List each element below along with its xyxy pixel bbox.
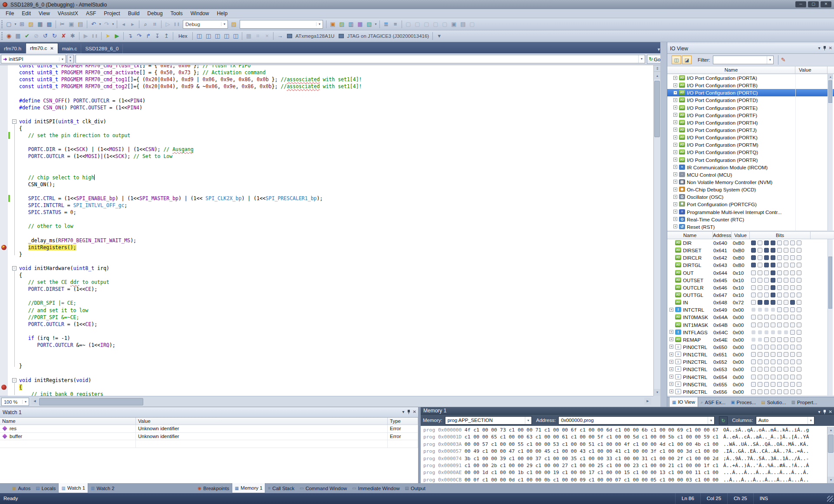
- window-icon[interactable]: ▢: [422, 20, 431, 29]
- callstack-window-icon[interactable]: ◫: [231, 31, 240, 41]
- window-icon[interactable]: ▢: [404, 20, 413, 29]
- scrollbar-thumb[interactable]: [39, 398, 143, 405]
- scroll-down-icon[interactable]: ▼: [827, 477, 834, 484]
- menu-file[interactable]: File: [2, 9, 18, 18]
- scrollbar-thumb[interactable]: [828, 80, 832, 103]
- expander-icon[interactable]: +: [669, 308, 673, 312]
- code-line[interactable]: SPIC.STATUS = 0;: [0, 209, 653, 216]
- toolbox-icon[interactable]: ▦: [356, 20, 365, 29]
- bottom-tab-watch-1[interactable]: ▥Watch 1: [58, 483, 88, 493]
- register-row[interactable]: I/ODIRTGL0x6430xB0: [667, 261, 834, 269]
- panel-tab-solutio[interactable]: ▤Solutio...: [758, 397, 788, 407]
- io-view-item[interactable]: +I/OI/O Port Configuration (PORTK): [667, 134, 834, 141]
- window-icon[interactable]: ▢: [431, 20, 440, 29]
- register-row[interactable]: +!INTCTRL0x6490x00: [667, 306, 834, 313]
- bit-checkbox[interactable]: [777, 240, 782, 245]
- expander-icon[interactable]: +: [673, 83, 677, 87]
- menu-view[interactable]: View: [35, 9, 54, 18]
- bottom-tab-autos[interactable]: ▦Autos: [10, 483, 33, 493]
- step-into-icon[interactable]: ↴: [125, 31, 135, 41]
- bit-checkbox[interactable]: [784, 389, 788, 394]
- bit-checkbox[interactable]: [790, 248, 795, 253]
- code-line[interactable]: // init bank 0 registers: [0, 391, 653, 396]
- undo-checkout-icon[interactable]: ↺: [41, 31, 50, 41]
- split-editor-handle[interactable]: ⇕: [654, 65, 661, 72]
- bit-checkbox[interactable]: [771, 240, 775, 245]
- register-row[interactable]: I/OINT0MASK0x64A0x00: [667, 313, 834, 321]
- bit-checkbox[interactable]: [784, 307, 788, 312]
- chevron-down-icon[interactable]: ▾: [98, 22, 102, 26]
- code-line[interactable]: [0, 230, 653, 237]
- code-line[interactable]: SPIC.CTRL = (1<<SPI_ENABLE_bp) | (1<<SPI…: [0, 195, 653, 202]
- panel-splitter[interactable]: [660, 42, 667, 407]
- scroll-up-icon[interactable]: ▲: [654, 72, 661, 79]
- filter-input[interactable]: ▾: [713, 56, 774, 64]
- settings-icon[interactable]: ✱: [68, 31, 77, 41]
- code-line[interactable]: [0, 167, 653, 174]
- io-list-scrollbar[interactable]: ▲: [827, 74, 833, 231]
- disassembly-icon[interactable]: ▩: [244, 31, 253, 41]
- bit-checkbox[interactable]: [764, 270, 769, 275]
- code-line[interactable]: PORTC.OUTCLR = (1<<MOSI)|(1<<SCK); // Se…: [0, 153, 653, 160]
- bit-checkbox[interactable]: [784, 330, 788, 334]
- column-header-name[interactable]: Name: [667, 66, 795, 74]
- bit-checkbox[interactable]: [751, 263, 756, 267]
- scroll-up-icon[interactable]: ▲: [828, 74, 833, 79]
- bit-checkbox[interactable]: [797, 382, 801, 387]
- bit-checkbox[interactable]: [790, 375, 795, 379]
- bit-checkbox[interactable]: [764, 323, 769, 327]
- bit-checkbox[interactable]: [764, 300, 769, 305]
- expander-icon[interactable]: +: [669, 375, 673, 379]
- window-icon[interactable]: ▤: [458, 20, 468, 29]
- io-view-item[interactable]: +⊙Oscillator (OSC): [667, 193, 834, 201]
- bit-checkbox[interactable]: [790, 255, 795, 260]
- bit-checkbox[interactable]: [797, 293, 801, 297]
- code-line[interactable]: }: [0, 362, 653, 369]
- bit-checkbox[interactable]: [751, 389, 756, 394]
- bit-checkbox[interactable]: [771, 300, 775, 305]
- step-over-icon[interactable]: ↷: [135, 31, 144, 41]
- expand-groups-icon[interactable]: ◫: [672, 56, 681, 64]
- bit-checkbox[interactable]: [790, 263, 795, 267]
- memory-scrollbar[interactable]: ▲ ▼: [827, 427, 834, 484]
- bit-checkbox[interactable]: [765, 330, 768, 334]
- bit-checkbox[interactable]: [758, 382, 762, 387]
- open-file-icon[interactable]: ▨: [26, 20, 36, 29]
- bit-checkbox[interactable]: [784, 352, 788, 357]
- bottom-tab-call-stack[interactable]: ≡Call Stack: [265, 483, 297, 493]
- bit-checkbox[interactable]: [758, 248, 762, 253]
- scrollbar-thumb[interactable]: [828, 257, 832, 309]
- bit-checkbox[interactable]: [784, 300, 788, 305]
- scroll-up-icon[interactable]: ▲: [827, 427, 834, 434]
- io-view-item[interactable]: +I/OI/O Port Configuration (PORTD): [667, 96, 834, 104]
- bit-checkbox[interactable]: [751, 323, 756, 327]
- expander-icon[interactable]: +: [673, 195, 677, 199]
- erase-device-icon[interactable]: ⊘: [32, 31, 41, 41]
- refresh-icon[interactable]: ↻: [50, 31, 59, 41]
- panel-tab-io-view[interactable]: ▦IO View: [669, 397, 698, 407]
- bit-checkbox[interactable]: [777, 300, 782, 305]
- bit-checkbox[interactable]: [771, 375, 775, 379]
- bit-checkbox[interactable]: [777, 293, 782, 297]
- bit-checkbox[interactable]: [751, 293, 756, 297]
- bit-checkbox[interactable]: [790, 270, 795, 275]
- code-line[interactable]: {: [0, 125, 653, 132]
- io-view-item[interactable]: +I/OI/O Port Configuration (PORTQ): [667, 148, 834, 156]
- maximize-icon[interactable]: ▢: [808, 1, 819, 7]
- memory-segment-dropdown[interactable]: prog APP_SECTION ▾: [445, 416, 532, 425]
- minimize-icon[interactable]: ─: [795, 1, 806, 7]
- document-tab-rfm70-c[interactable]: rfm70.c✕: [26, 43, 58, 53]
- register-row[interactable]: +≡PIN6CTRL0x6560x00: [667, 388, 834, 395]
- bit-checkbox[interactable]: [751, 255, 756, 260]
- code-line[interactable]: [0, 160, 653, 167]
- reset-icon[interactable]: ↧: [153, 31, 162, 41]
- io-view-item[interactable]: +I/OI/O Port Configuration (PORTF): [667, 112, 834, 119]
- register-row[interactable]: +≡PIN3CTRL0x6530x00: [667, 366, 834, 373]
- bit-checkbox[interactable]: [777, 323, 782, 327]
- bit-checkbox[interactable]: [784, 263, 788, 267]
- step-out-icon[interactable]: ↱: [144, 31, 153, 41]
- bit-checkbox[interactable]: [790, 345, 795, 349]
- register-row[interactable]: I/ODIRCLR0x6420xB0: [667, 254, 834, 261]
- bit-checkbox[interactable]: [751, 367, 756, 372]
- bit-checkbox[interactable]: [751, 375, 756, 379]
